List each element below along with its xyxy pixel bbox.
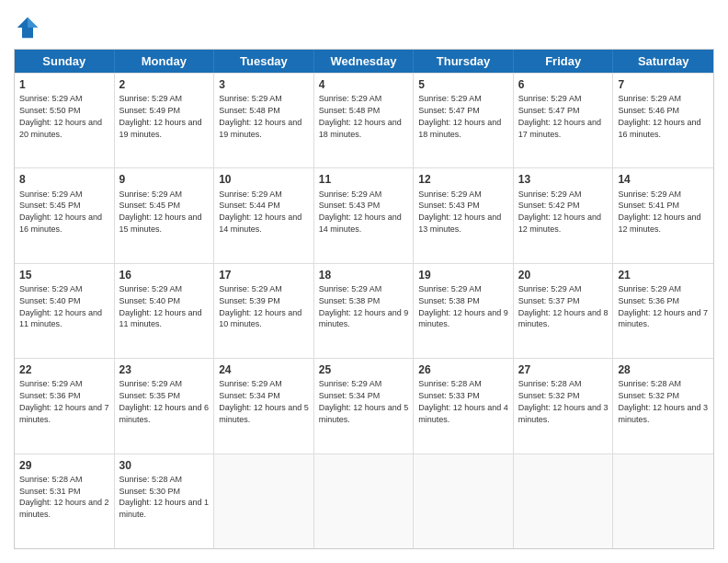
day-number: 2: [119, 77, 210, 92]
day-number: 4: [319, 77, 409, 92]
cell-info: Sunrise: 5:28 AMSunset: 5:32 PMDaylight:…: [618, 379, 708, 423]
cell-info: Sunrise: 5:29 AMSunset: 5:48 PMDaylight:…: [219, 94, 301, 138]
week-row-1: 1Sunrise: 5:29 AMSunset: 5:50 PMDaylight…: [15, 73, 713, 167]
cell-info: Sunrise: 5:28 AMSunset: 5:31 PMDaylight:…: [19, 475, 109, 519]
day-number: 20: [518, 268, 609, 282]
cell-info: Sunrise: 5:29 AMSunset: 5:49 PMDaylight:…: [119, 94, 202, 138]
day-cell-13: 13Sunrise: 5:29 AMSunset: 5:42 PMDayligh…: [514, 168, 614, 262]
day-cell-6: 6Sunrise: 5:29 AMSunset: 5:47 PMDaylight…: [514, 74, 614, 167]
cell-info: Sunrise: 5:29 AMSunset: 5:37 PMDaylight:…: [518, 284, 609, 328]
cell-info: Sunrise: 5:29 AMSunset: 5:36 PMDaylight:…: [19, 379, 109, 423]
day-cell-9: 9Sunrise: 5:29 AMSunset: 5:45 PMDaylight…: [115, 168, 215, 262]
day-cell-27: 27Sunrise: 5:28 AMSunset: 5:32 PMDayligh…: [514, 359, 614, 453]
cell-info: Sunrise: 5:29 AMSunset: 5:45 PMDaylight:…: [119, 190, 202, 234]
day-number: 9: [119, 172, 210, 187]
cell-info: Sunrise: 5:29 AMSunset: 5:39 PMDaylight:…: [219, 284, 301, 328]
day-number: 18: [319, 268, 409, 282]
cell-info: Sunrise: 5:29 AMSunset: 5:46 PMDaylight:…: [618, 94, 700, 138]
week-row-5: 29Sunrise: 5:28 AMSunset: 5:31 PMDayligh…: [15, 454, 713, 548]
day-cell-28: 28Sunrise: 5:28 AMSunset: 5:32 PMDayligh…: [613, 359, 713, 453]
cell-info: Sunrise: 5:28 AMSunset: 5:32 PMDaylight:…: [518, 379, 609, 423]
empty-cell-4-4: [414, 454, 514, 548]
day-cell-20: 20Sunrise: 5:29 AMSunset: 5:37 PMDayligh…: [514, 264, 614, 358]
day-number: 3: [219, 77, 309, 92]
cell-info: Sunrise: 5:29 AMSunset: 5:50 PMDaylight:…: [19, 94, 102, 138]
day-cell-2: 2Sunrise: 5:29 AMSunset: 5:49 PMDaylight…: [115, 74, 215, 167]
day-cell-23: 23Sunrise: 5:29 AMSunset: 5:35 PMDayligh…: [115, 359, 215, 453]
day-cell-7: 7Sunrise: 5:29 AMSunset: 5:46 PMDaylight…: [613, 74, 713, 167]
empty-cell-4-6: [613, 454, 713, 548]
day-number: 19: [418, 268, 508, 282]
header-day-friday: Friday: [514, 50, 614, 73]
day-cell-5: 5Sunrise: 5:29 AMSunset: 5:47 PMDaylight…: [414, 74, 514, 167]
day-number: 12: [418, 172, 508, 187]
day-cell-26: 26Sunrise: 5:28 AMSunset: 5:33 PMDayligh…: [414, 359, 514, 453]
empty-cell-4-2: [214, 454, 314, 548]
header-day-saturday: Saturday: [613, 50, 713, 73]
cell-info: Sunrise: 5:29 AMSunset: 5:41 PMDaylight:…: [618, 190, 700, 234]
day-cell-17: 17Sunrise: 5:29 AMSunset: 5:39 PMDayligh…: [214, 264, 314, 358]
day-number: 6: [518, 77, 609, 92]
cell-info: Sunrise: 5:29 AMSunset: 5:36 PMDaylight:…: [618, 284, 708, 328]
calendar: SundayMondayTuesdayWednesdayThursdayFrid…: [14, 49, 714, 549]
cell-info: Sunrise: 5:29 AMSunset: 5:40 PMDaylight:…: [119, 284, 202, 328]
day-number: 15: [19, 268, 109, 282]
day-number: 29: [19, 458, 109, 473]
empty-cell-4-5: [514, 454, 614, 548]
day-cell-14: 14Sunrise: 5:29 AMSunset: 5:41 PMDayligh…: [613, 168, 713, 262]
day-cell-22: 22Sunrise: 5:29 AMSunset: 5:36 PMDayligh…: [15, 359, 115, 453]
header-day-monday: Monday: [115, 50, 215, 73]
header-day-wednesday: Wednesday: [314, 50, 415, 73]
day-cell-15: 15Sunrise: 5:29 AMSunset: 5:40 PMDayligh…: [15, 264, 115, 358]
header-day-tuesday: Tuesday: [214, 50, 314, 73]
cell-info: Sunrise: 5:29 AMSunset: 5:35 PMDaylight:…: [119, 379, 210, 423]
day-cell-12: 12Sunrise: 5:29 AMSunset: 5:43 PMDayligh…: [414, 168, 514, 262]
day-number: 24: [219, 362, 309, 377]
logo-icon: [14, 14, 41, 41]
logo: [14, 14, 45, 41]
svg-marker-1: [28, 17, 38, 28]
cell-info: Sunrise: 5:29 AMSunset: 5:42 PMDaylight:…: [518, 190, 601, 234]
cell-info: Sunrise: 5:29 AMSunset: 5:43 PMDaylight:…: [319, 190, 402, 234]
day-cell-18: 18Sunrise: 5:29 AMSunset: 5:38 PMDayligh…: [314, 264, 415, 358]
day-number: 21: [618, 268, 709, 282]
day-cell-11: 11Sunrise: 5:29 AMSunset: 5:43 PMDayligh…: [314, 168, 415, 262]
day-cell-25: 25Sunrise: 5:29 AMSunset: 5:34 PMDayligh…: [314, 359, 415, 453]
day-cell-4: 4Sunrise: 5:29 AMSunset: 5:48 PMDaylight…: [314, 74, 415, 167]
day-number: 17: [219, 268, 309, 282]
day-number: 14: [618, 172, 709, 187]
day-cell-10: 10Sunrise: 5:29 AMSunset: 5:44 PMDayligh…: [214, 168, 314, 262]
day-number: 23: [119, 362, 210, 377]
day-cell-21: 21Sunrise: 5:29 AMSunset: 5:36 PMDayligh…: [613, 264, 713, 358]
header-day-thursday: Thursday: [414, 50, 514, 73]
day-number: 8: [19, 172, 109, 187]
week-row-4: 22Sunrise: 5:29 AMSunset: 5:36 PMDayligh…: [15, 358, 713, 453]
day-cell-24: 24Sunrise: 5:29 AMSunset: 5:34 PMDayligh…: [214, 359, 314, 453]
day-number: 11: [319, 172, 409, 187]
cell-info: Sunrise: 5:29 AMSunset: 5:34 PMDaylight:…: [319, 379, 409, 423]
day-number: 26: [418, 362, 508, 377]
day-number: 16: [119, 268, 210, 282]
day-number: 25: [319, 362, 409, 377]
header-day-sunday: Sunday: [15, 50, 115, 73]
day-cell-16: 16Sunrise: 5:29 AMSunset: 5:40 PMDayligh…: [115, 264, 215, 358]
day-number: 27: [518, 362, 609, 377]
page: SundayMondayTuesdayWednesdayThursdayFrid…: [0, 0, 728, 563]
day-number: 30: [119, 458, 210, 473]
day-cell-19: 19Sunrise: 5:29 AMSunset: 5:38 PMDayligh…: [414, 264, 514, 358]
day-cell-30: 30Sunrise: 5:28 AMSunset: 5:30 PMDayligh…: [115, 454, 215, 548]
cell-info: Sunrise: 5:29 AMSunset: 5:38 PMDaylight:…: [418, 284, 508, 328]
cell-info: Sunrise: 5:29 AMSunset: 5:43 PMDaylight:…: [418, 190, 501, 234]
cell-info: Sunrise: 5:29 AMSunset: 5:47 PMDaylight:…: [518, 94, 601, 138]
day-cell-29: 29Sunrise: 5:28 AMSunset: 5:31 PMDayligh…: [15, 454, 115, 548]
day-number: 13: [518, 172, 609, 187]
day-number: 7: [618, 77, 709, 92]
cell-info: Sunrise: 5:28 AMSunset: 5:33 PMDaylight:…: [418, 379, 508, 423]
day-number: 10: [219, 172, 309, 187]
header: [14, 14, 714, 41]
cell-info: Sunrise: 5:29 AMSunset: 5:47 PMDaylight:…: [418, 94, 501, 138]
day-cell-1: 1Sunrise: 5:29 AMSunset: 5:50 PMDaylight…: [15, 74, 115, 167]
day-number: 1: [19, 77, 109, 92]
day-cell-3: 3Sunrise: 5:29 AMSunset: 5:48 PMDaylight…: [214, 74, 314, 167]
empty-cell-4-3: [314, 454, 415, 548]
